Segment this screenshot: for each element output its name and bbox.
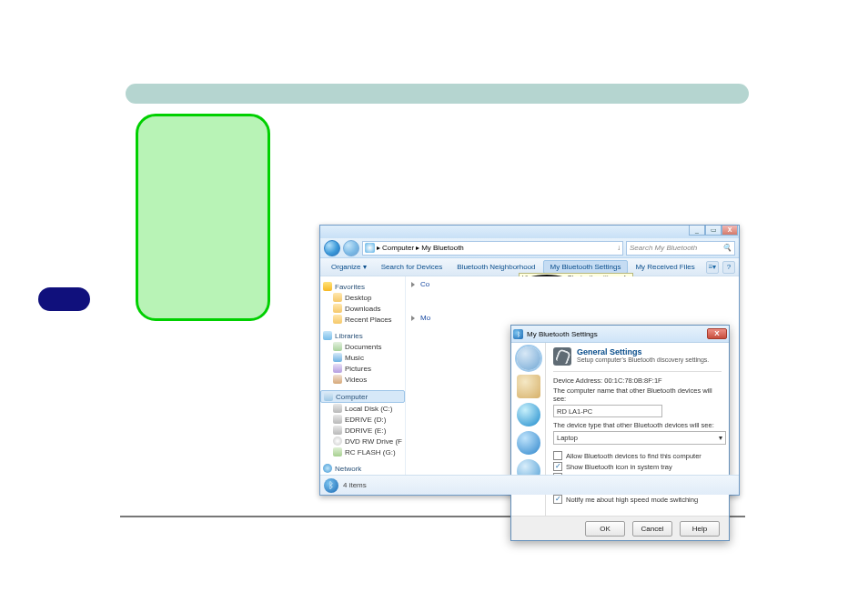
search-icon[interactable]: 🔍: [722, 244, 732, 252]
organize-menu[interactable]: Organize ▾: [324, 260, 374, 274]
bluetooth-icon: [365, 243, 375, 253]
libraries-group[interactable]: Libraries: [320, 330, 405, 341]
nav-rcflash[interactable]: RC FLASH (G:): [320, 446, 405, 457]
explorer-navbar: ▸ Computer ▸ My Bluetooth ↓ Search My Bl…: [320, 238, 739, 258]
folder-icon: [333, 293, 342, 302]
explorer-nav-pane: Favorites Desktop Downloads Recent Place…: [320, 276, 406, 475]
crumb-computer[interactable]: Computer: [382, 244, 414, 252]
favorites-group[interactable]: Favorites: [320, 281, 405, 292]
folder-icon: [333, 304, 342, 313]
nav-videos[interactable]: Videos: [320, 374, 405, 385]
dvd-icon: [333, 436, 342, 446]
show-icon-checkbox[interactable]: [553, 462, 562, 471]
my-received-files[interactable]: My Received Files: [628, 260, 701, 274]
bluetooth-neighborhood[interactable]: Bluetooth Neighborhood: [449, 260, 542, 274]
note-box: [136, 114, 270, 321]
dialog-subheading: Setup computer's Bluetooth discovery set…: [577, 356, 709, 363]
dialog-close-button[interactable]: X: [707, 328, 727, 339]
nav-recent[interactable]: Recent Places: [320, 314, 405, 325]
device-type-label: The device type that other Bluetooth dev…: [553, 421, 722, 429]
my-bluetooth-settings-tab[interactable]: My Bluetooth Settings: [543, 260, 629, 274]
explorer-window: _ ▭ X ▸ Computer ▸ My Bluetooth ↓ Search…: [319, 225, 740, 496]
dialog-footer: OK Cancel Help: [511, 516, 729, 540]
nav-ddrive[interactable]: DDRIVE (E:): [320, 425, 405, 436]
documents-icon: [333, 342, 342, 351]
explorer-statusbar: ᛒ 4 items: [320, 475, 739, 495]
view-options-icon[interactable]: ≡▾: [706, 261, 719, 274]
pictures-icon: [333, 364, 342, 373]
wrench-icon: [553, 347, 571, 366]
crumb-dropdown[interactable]: ↓: [617, 244, 621, 252]
computer-group[interactable]: Computer: [320, 390, 405, 403]
videos-icon: [333, 375, 342, 384]
content-group-2: Mo: [411, 314, 733, 322]
back-button[interactable]: [324, 240, 340, 256]
network-group[interactable]: Network: [320, 463, 405, 474]
device-address-label: Device Address:: [553, 376, 602, 385]
notify-highspeed-checkbox[interactable]: [553, 495, 562, 504]
nav-localdisk[interactable]: Local Disk (C:): [320, 403, 405, 414]
crumb-mybluetooth[interactable]: My Bluetooth: [421, 244, 464, 252]
devices-category-icon[interactable]: [517, 375, 540, 398]
disk-icon: [333, 426, 342, 435]
nav-edrive[interactable]: EDRIVE (D:): [320, 414, 405, 425]
explorer-titlebar[interactable]: _ ▭ X: [320, 226, 739, 238]
folder-icon: [333, 315, 342, 324]
nav-desktop[interactable]: Desktop: [320, 292, 405, 303]
item-count: 4 items: [343, 481, 367, 489]
breadcrumb[interactable]: ▸ Computer ▸ My Bluetooth ↓: [362, 241, 623, 256]
explorer-content: Co Mo ᛒ My Bluetooth Settings X: [406, 276, 739, 475]
search-for-devices[interactable]: Search for Devices: [374, 260, 450, 274]
network-icon: [323, 464, 332, 473]
nav-documents[interactable]: Documents: [320, 341, 405, 352]
computer-icon: [324, 392, 333, 401]
ok-button[interactable]: OK: [585, 521, 625, 537]
dialog-heading: General Settings: [577, 347, 642, 356]
bluetooth-settings-dialog: ᛒ My Bluetooth Settings X: [510, 325, 730, 541]
allow-find-checkbox[interactable]: [553, 451, 562, 460]
nav-pictures[interactable]: Pictures: [320, 363, 405, 374]
sharing-category-icon[interactable]: [517, 403, 540, 426]
nav-music[interactable]: Music: [320, 352, 405, 363]
libraries-icon: [323, 331, 332, 340]
crumb-sep: ▸: [416, 244, 419, 252]
bluetooth-status-icon: ᛒ: [324, 478, 338, 493]
search-input[interactable]: Search My Bluetooth 🔍: [626, 241, 735, 256]
search-placeholder: Search My Bluetooth: [630, 244, 697, 252]
help-icon[interactable]: ?: [722, 261, 735, 274]
collapse-icon[interactable]: [411, 282, 418, 287]
usb-icon: [333, 447, 342, 456]
decorative-blue-pill: [38, 287, 90, 311]
forward-button[interactable]: [343, 240, 359, 256]
minimize-button[interactable]: _: [689, 226, 705, 236]
crumb-sep: ▸: [377, 244, 380, 252]
computer-name-label: The computer name that other Bluetooth d…: [553, 386, 722, 403]
music-icon: [333, 353, 342, 362]
disk-icon: [333, 404, 342, 413]
star-icon: [323, 282, 332, 291]
content-group-1: Co: [411, 280, 733, 288]
sync-category-icon[interactable]: [517, 431, 540, 455]
device-type-select[interactable]: Laptop ▾: [553, 431, 726, 445]
nav-downloads[interactable]: Downloads: [320, 303, 405, 314]
nav-dvdrw[interactable]: DVD RW Drive (F: [320, 436, 405, 446]
device-address-value: 00:1C:78:0B:8F:1F: [604, 376, 661, 385]
decorative-teal-bar: [126, 84, 749, 104]
chevron-down-icon: ▾: [719, 434, 722, 442]
collapse-icon[interactable]: [411, 316, 418, 321]
disk-icon: [333, 415, 342, 424]
dialog-titlebar[interactable]: ᛒ My Bluetooth Settings X: [511, 326, 729, 343]
show-icon-label: Show Bluetooth icon in system tray: [566, 463, 672, 471]
dialog-title: My Bluetooth Settings: [527, 330, 598, 338]
bluetooth-icon: ᛒ: [513, 329, 523, 339]
computer-name-field[interactable]: RD LA1-PC: [553, 405, 662, 417]
close-button[interactable]: X: [722, 226, 738, 236]
device-type-value: Laptop: [557, 434, 578, 442]
general-settings-icon[interactable]: [517, 346, 540, 370]
cancel-button[interactable]: Cancel: [632, 521, 672, 537]
help-button[interactable]: Help: [680, 521, 720, 537]
maximize-button[interactable]: ▭: [705, 226, 722, 236]
allow-find-label: Allow Bluetooth devices to find this com…: [566, 452, 701, 460]
notify-highspeed-label: Notify me about high speed mode switchin…: [566, 496, 698, 504]
